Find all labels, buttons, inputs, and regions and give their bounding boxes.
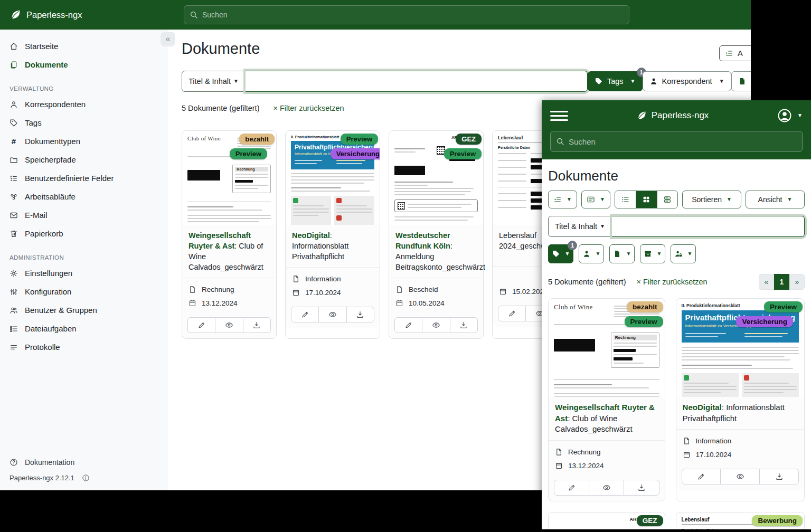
download-button[interactable]	[450, 317, 478, 333]
sidebar-item-einstellungen[interactable]: Einstellungen	[0, 264, 168, 282]
document-thumbnail[interactable]: ARDZDF GEZ Preview	[389, 131, 483, 225]
sort-button[interactable]: Sortieren▼	[682, 191, 741, 208]
global-search[interactable]	[184, 5, 629, 24]
sidebar-item-dateiaufgaben[interactable]: Dateiaufgaben	[0, 319, 168, 338]
user-menu[interactable]: ▼	[777, 108, 803, 124]
filter-field-dropdown[interactable]: Titel & Inhalt▼	[182, 71, 246, 92]
storage-path-filter-button[interactable]: ▼	[640, 244, 665, 263]
app-logo[interactable]: Paperless-ngx	[636, 110, 709, 121]
document-thumbnail[interactable]: ARDZDF GEZ Preview	[549, 512, 665, 529]
doc-date-row[interactable]: 17.10.2024	[683, 448, 798, 461]
download-button[interactable]	[346, 307, 374, 322]
document-title[interactable]: NeoDigital: Informationsblatt Privathaft…	[286, 225, 380, 267]
edit-button[interactable]	[291, 307, 319, 322]
filter-text-input[interactable]	[246, 71, 588, 92]
tag-chip[interactable]: Preview	[625, 316, 663, 327]
tag-chip[interactable]: Preview	[764, 301, 803, 312]
document-title[interactable]: NeoDigital: Informationsblatt Privathaft…	[676, 397, 804, 429]
sidebar-item-benutzerdefinierte-felder[interactable]: Benutzerdefinierte Felder	[0, 169, 168, 187]
sidebar-item-benutzer-gruppen[interactable]: Benutzer & Gruppen	[0, 301, 168, 319]
view-settings-button[interactable]: Ansicht▼	[746, 191, 805, 208]
doctype-filter-button-clipped[interactable]: Dokum	[731, 71, 751, 91]
tag-chip[interactable]: Bewerbung	[752, 515, 803, 526]
tags-filter-button[interactable]: ▼1	[548, 244, 573, 263]
view-button[interactable]	[422, 317, 450, 333]
list-view-button[interactable]	[615, 191, 636, 208]
prev-page-button[interactable]: «	[759, 274, 774, 290]
view-button[interactable]	[215, 317, 243, 333]
grid-view-button[interactable]	[636, 191, 656, 208]
document-title[interactable]: Westdeutscher Rundfunk Köln: Anmeldung B…	[389, 225, 483, 278]
document-thumbnail[interactable]: II. Produktinformationsblatt Privathaftp…	[286, 131, 380, 225]
sidebar-item-startseite[interactable]: Startseite	[0, 37, 168, 55]
download-button[interactable]	[759, 469, 799, 484]
tag-chip[interactable]: GEZ	[637, 515, 663, 526]
view-button[interactable]	[318, 307, 346, 322]
doc-type-row[interactable]: Bescheid	[395, 282, 477, 296]
owner-filter-button[interactable]: ▼	[671, 244, 696, 263]
global-search[interactable]	[550, 131, 803, 152]
doc-type-row[interactable]: Rechnung	[188, 282, 270, 296]
edit-button[interactable]	[187, 317, 215, 333]
edit-button[interactable]	[498, 306, 526, 321]
documentation-link[interactable]: Dokumentation	[0, 454, 168, 471]
edit-button[interactable]	[394, 317, 422, 333]
tag-chip[interactable]: GEZ	[456, 134, 482, 145]
correspondent-filter-button[interactable]: ▼	[579, 244, 604, 263]
doc-date-row[interactable]: 10.05.2024	[395, 296, 477, 310]
correspondent-filter-button[interactable]: Korrespondent▼	[643, 71, 731, 91]
download-button[interactable]	[243, 317, 271, 333]
view-button[interactable]	[720, 469, 760, 484]
sidebar-item-korrespondenten[interactable]: Korrespondenten	[0, 95, 168, 113]
sidebar-item-speicherpfade[interactable]: Speicherpfade	[0, 150, 168, 169]
filter-text-input[interactable]	[612, 216, 805, 237]
sidebar-item-protokolle[interactable]: Protokolle	[0, 338, 168, 356]
tag-chip[interactable]: Preview	[444, 148, 482, 159]
doc-type-row[interactable]: Information	[292, 272, 373, 286]
document-thumbnail[interactable]: Lebenslauf Persönliche Daten Bewerbung P…	[676, 512, 804, 529]
edit-button[interactable]	[682, 469, 721, 484]
sidebar-item-dokumente[interactable]: Dokumente	[0, 55, 168, 74]
tag-chip[interactable]: Preview	[341, 134, 378, 145]
select-dropdown-button[interactable]: ▼	[548, 191, 577, 208]
document-thumbnail[interactable]: Club of Wine Rechnung	[549, 299, 665, 397]
next-page-button[interactable]: »	[789, 274, 805, 290]
detail-view-button[interactable]	[657, 191, 677, 208]
reset-filter-link[interactable]: × Filter zurücksetzen	[273, 104, 344, 112]
tag-chip[interactable]: bezahlt	[239, 134, 275, 145]
views-dropdown-button[interactable]: ▼	[581, 191, 610, 208]
document-title[interactable]: Weingesellschaft Ruyter & Ast: Club of W…	[549, 397, 665, 440]
global-search-input[interactable]	[569, 137, 797, 146]
tag-chip[interactable]: Versicherung	[331, 148, 380, 159]
select-button-clipped[interactable]: A	[719, 45, 751, 61]
tags-filter-button[interactable]: Tags▼ 1	[588, 71, 643, 91]
sidebar-item-tags[interactable]: Tags	[0, 113, 168, 132]
doc-date-row[interactable]: 17.10.2024	[292, 286, 373, 299]
info-circle-icon[interactable]	[82, 474, 90, 482]
current-page[interactable]: 1	[774, 274, 789, 290]
doc-type-row[interactable]: Rechnung	[555, 445, 658, 459]
sidebar-item-konfiguration[interactable]: Konfiguration	[0, 282, 168, 301]
document-thumbnail[interactable]: II. Produktinformationsblatt Privathaftp…	[676, 299, 804, 397]
download-button[interactable]	[624, 480, 659, 496]
tag-chip[interactable]: Preview	[230, 148, 267, 159]
app-logo[interactable]: Paperless-ngx	[0, 9, 82, 21]
tag-chip[interactable]: bezahlt	[627, 301, 663, 312]
sidebar-item-arbeitsablaeufe[interactable]: Arbeitsabläufe	[0, 187, 168, 206]
reset-filter-link[interactable]: × Filter zurücksetzen	[636, 278, 707, 286]
global-search-input[interactable]	[202, 11, 624, 19]
sidebar-item-dokumenttypen[interactable]: #Dokumenttypen	[0, 132, 168, 150]
doc-type-row[interactable]: Information	[683, 434, 798, 448]
tag-chip[interactable]: Versicherung	[736, 316, 793, 327]
doc-date-row[interactable]: 13.12.2024	[555, 459, 658, 472]
doc-date-row[interactable]: 13.12.2024	[188, 296, 270, 310]
sidebar-collapse-button[interactable]: «	[161, 32, 175, 46]
sidebar-item-papierkorb[interactable]: Papierkorb	[0, 224, 168, 243]
view-button[interactable]	[589, 480, 624, 496]
filter-field-dropdown[interactable]: Titel & Inhalt▼	[548, 216, 612, 237]
edit-button[interactable]	[554, 480, 589, 496]
hamburger-menu-icon[interactable]	[550, 111, 568, 121]
document-title[interactable]: Weingesellschaft Ruyter & Ast: Club of W…	[182, 225, 276, 278]
document-thumbnail[interactable]: Club of Wine Rechnung	[182, 131, 276, 225]
sidebar-item-email[interactable]: E-Mail	[0, 206, 168, 224]
